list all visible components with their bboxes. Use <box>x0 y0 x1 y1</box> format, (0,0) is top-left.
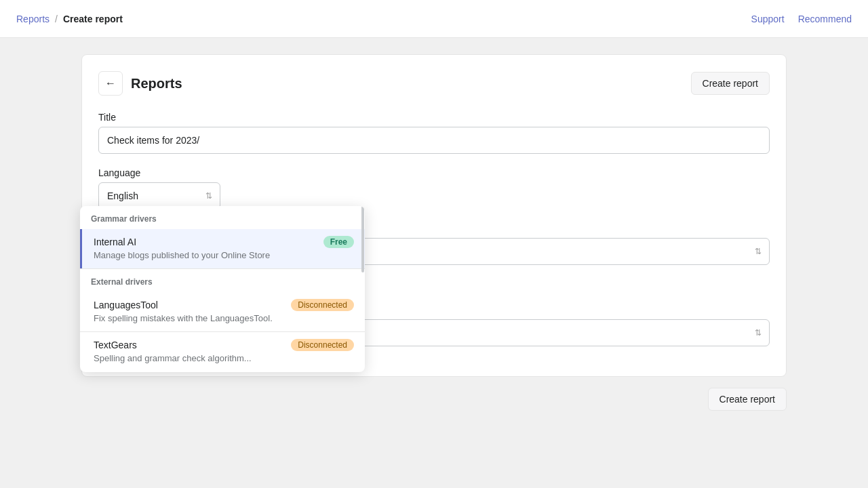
languagestool-badge: Disconnected <box>291 299 354 311</box>
breadcrumb-reports-link[interactable]: Reports <box>16 14 50 24</box>
back-button[interactable]: ← <box>98 71 123 96</box>
scrollbar-thumb <box>361 206 364 272</box>
main-content: ← Reports Create report Title Language P… <box>0 38 868 488</box>
breadcrumb-separator: / <box>55 14 58 24</box>
grammar-section-title: Grammar drivers <box>80 206 365 229</box>
external-section-title: External drivers <box>80 269 365 292</box>
internal-ai-name: Internal AI <box>94 237 136 247</box>
dropdown-scroll-area[interactable]: Grammar drivers Internal AI Free Manage … <box>80 206 365 372</box>
textgears-option[interactable]: TextGears Disconnected Spelling and gram… <box>80 332 365 371</box>
breadcrumb: Reports / Create report <box>16 14 751 24</box>
provider-dropdown: Grammar drivers Internal AI Free Manage … <box>80 206 365 372</box>
nav-links: Support Recommend <box>751 14 852 24</box>
breadcrumb-current: Create report <box>63 14 123 24</box>
panel-title: Reports <box>131 76 182 92</box>
recommend-link[interactable]: Recommend <box>798 14 852 24</box>
title-label: Title <box>98 112 770 123</box>
languagestool-name: LanguagesTool <box>94 300 158 310</box>
textgears-name: TextGears <box>94 340 137 350</box>
language-group: Language <box>98 167 770 209</box>
internal-ai-option[interactable]: Internal AI Free Manage blogs published … <box>80 229 365 268</box>
top-nav: Reports / Create report Support Recommen… <box>0 0 868 38</box>
support-link[interactable]: Support <box>751 14 785 24</box>
title-input[interactable] <box>98 127 770 154</box>
create-report-button-bottom[interactable]: Create report <box>708 388 787 411</box>
languagestool-option[interactable]: LanguagesTool Disconnected Fix spelling … <box>80 292 365 331</box>
textgears-header: TextGears Disconnected <box>94 339 354 351</box>
textgears-desc: Spelling and grammar check algorithm... <box>94 352 354 365</box>
textgears-badge: Disconnected <box>291 339 354 351</box>
title-group: Title <box>98 112 770 154</box>
create-report-button-top[interactable]: Create report <box>691 72 770 95</box>
internal-ai-badge: Free <box>323 236 354 248</box>
languagestool-header: LanguagesTool Disconnected <box>94 299 354 311</box>
panel-header-left: ← Reports <box>98 71 182 96</box>
dropdown-scrollbar <box>361 206 365 372</box>
languagestool-desc: Fix spelling mistakes with the Languages… <box>94 312 354 325</box>
language-label: Language <box>98 167 770 178</box>
panel-footer: Create report <box>81 388 787 411</box>
language-input[interactable] <box>98 182 220 209</box>
back-icon: ← <box>105 77 116 89</box>
internal-ai-header: Internal AI Free <box>94 236 354 248</box>
panel-header: ← Reports Create report <box>98 71 770 96</box>
language-select-wrapper <box>98 182 220 209</box>
internal-ai-desc: Manage blogs published to your Online St… <box>94 249 354 262</box>
